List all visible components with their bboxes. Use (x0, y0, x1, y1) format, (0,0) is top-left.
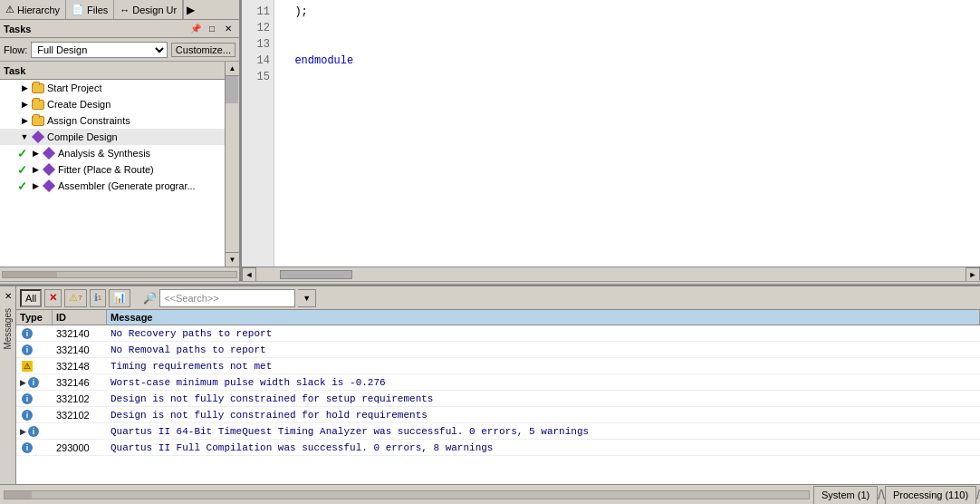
line-num-13: 13 (245, 36, 270, 53)
task-list-container: Task ▶ Start Project ▶ (0, 62, 239, 267)
tab-files[interactable]: 📄 Files (66, 0, 114, 19)
main-container: ⚠ Hierarchy 📄 Files ↔ Design Ur ▶ Tasks … (0, 0, 980, 504)
list-item[interactable]: ✓ ▶ Fitter (Place & Route) (0, 161, 225, 178)
msg-id-1: 332140 (53, 327, 107, 340)
tab-designur[interactable]: ↔ Design Ur (114, 0, 183, 19)
left-panel: ⚠ Hierarchy 📄 Files ↔ Design Ur ▶ Tasks … (0, 0, 240, 281)
list-item[interactable]: ✓ ▶ Analysis & Synthesis (0, 145, 225, 161)
msg-id-2: 332140 (53, 344, 107, 356)
task-scroll-track[interactable] (226, 76, 239, 252)
status-tab-processing[interactable]: Processing (110) (885, 486, 976, 504)
msg-filter-warning[interactable]: ⚠ 7 (64, 289, 86, 307)
diamond-icon-assembler (42, 179, 56, 193)
code-scroll-thumb[interactable] (280, 270, 352, 279)
msg-type-4: ▶ i (16, 376, 53, 389)
messages-close-icon[interactable]: ✕ (1, 288, 15, 303)
tasks-close-icon[interactable]: ✕ (221, 22, 235, 36)
table-row[interactable]: ⚠ 332148 Timing requirements not met (16, 358, 980, 374)
code-scroll-left[interactable]: ◄ (242, 267, 256, 282)
msg-filter-info[interactable]: ℹ 1 (90, 289, 106, 307)
task-label-fitter: Fitter (Place & Route) (56, 164, 154, 175)
task-list: Task ▶ Start Project ▶ (0, 62, 225, 267)
msg-expand-7[interactable]: ▶ (20, 427, 26, 436)
left-hscroll-track[interactable] (2, 271, 237, 278)
code-hscrollbar: ◄ ► (242, 267, 980, 281)
task-scroll-thumb[interactable] (226, 76, 238, 103)
line-num-15: 15 (245, 69, 270, 85)
code-scroll-track[interactable] (271, 270, 951, 279)
info-icon-6: i (22, 410, 33, 421)
table-row[interactable]: i 332102 Design is not fully constrained… (16, 391, 980, 407)
msg-text-5: Design is not fully constrained for setu… (107, 393, 980, 405)
table-row[interactable]: ▶ i Quartus II 64-Bit TimeQuest Timing A… (16, 423, 980, 440)
tasks-icons: 📌 □ ✕ (188, 22, 235, 36)
msg-filter-all[interactable]: All (20, 289, 42, 307)
list-item[interactable]: ▼ Compile Design (0, 129, 225, 145)
code-scroll-right[interactable]: ► (966, 267, 980, 282)
diamond-icon-fitter (42, 162, 56, 177)
task-expand-create[interactable]: ▶ (18, 100, 31, 109)
task-expand-analysis[interactable]: ▶ (29, 149, 42, 158)
warn-icon-3: ⚠ (22, 361, 33, 372)
task-label-create: Create Design (45, 99, 110, 110)
status-tab-system[interactable]: System (1) (813, 486, 878, 504)
msg-id-3: 332148 (53, 360, 107, 373)
search-placeholder[interactable]: <<Search>> (164, 293, 219, 304)
status-sep: /\ (878, 488, 885, 502)
msg-filter-chart[interactable]: 📊 (109, 289, 130, 307)
filter-error-icon: ✕ (49, 292, 57, 304)
table-row[interactable]: i 332140 No Recovery paths to report (16, 325, 980, 342)
list-item[interactable]: ▶ Start Project (0, 80, 225, 96)
task-status-analysis: ✓ (14, 147, 29, 160)
task-expand-fitter[interactable]: ▶ (29, 165, 42, 174)
msg-type-1: i (16, 327, 53, 340)
code-content: 11 12 13 14 15 ); endmodule (242, 0, 980, 267)
tasks-header: Tasks 📌 □ ✕ (0, 20, 239, 38)
messages-panel: ✕ Messages All ✕ ⚠ 7 ℹ 1 📊 (0, 285, 980, 484)
task-scroll-down[interactable]: ▼ (226, 252, 239, 267)
task-label-start: Start Project (45, 82, 102, 93)
flow-label: Flow: (4, 44, 27, 55)
customize-button[interactable]: Customize... (171, 43, 235, 57)
checkmark-fitter: ✓ (17, 163, 27, 177)
task-label-assembler: Assembler (Generate prograr... (56, 180, 196, 191)
code-text-area[interactable]: ); endmodule (274, 0, 980, 267)
info-icon-4: i (28, 377, 39, 388)
flow-select[interactable]: Full Design (31, 42, 168, 58)
msg-filter-error[interactable]: ✕ (44, 289, 62, 307)
list-item[interactable]: ▶ Create Design (0, 96, 225, 112)
table-row[interactable]: i 332102 Design is not fully constrained… (16, 407, 980, 423)
left-hscroll-thumb[interactable] (3, 272, 57, 277)
table-row[interactable]: i 293000 Quartus II Full Compilation was… (16, 440, 980, 456)
task-expand-assign[interactable]: ▶ (18, 116, 31, 125)
left-hscroll[interactable] (0, 269, 239, 280)
tabs-row: ⚠ Hierarchy 📄 Files ↔ Design Ur ▶ (0, 0, 239, 20)
bottom-bar: System (1) /\ Processing (110) / (0, 484, 980, 504)
task-expand-assembler[interactable]: ▶ (29, 181, 42, 190)
tasks-pin-icon[interactable]: 📌 (188, 22, 203, 36)
left-panel-bottom-scroll (0, 267, 239, 281)
task-label-analysis: Analysis & Synthesis (56, 148, 150, 159)
msg-expand-4[interactable]: ▶ (20, 378, 26, 387)
diamond-icon-analysis (42, 146, 56, 160)
search-box: <<Search>> (159, 289, 295, 307)
tabs-arrow[interactable]: ▶ (183, 0, 197, 20)
info-icon-1: i (22, 328, 33, 339)
folder-icon-start (31, 81, 45, 95)
tab-hierarchy[interactable]: ⚠ Hierarchy (0, 0, 66, 19)
tab-designur-label: Design Ur (132, 5, 177, 15)
table-row[interactable]: ▶ i 332146 Worst-case minimum pulse widt… (16, 374, 980, 391)
flow-row: Flow: Full Design Customize... (0, 38, 239, 62)
task-expand-compile[interactable]: ▼ (18, 132, 31, 141)
hierarchy-icon: ⚠ (5, 4, 14, 15)
list-item[interactable]: ✓ ▶ Assembler (Generate prograr... (0, 178, 225, 194)
list-item[interactable]: ▶ Assign Constraints (0, 112, 225, 129)
bottom-hscroll-thumb[interactable] (5, 491, 32, 499)
search-dropdown[interactable]: ▼ (298, 289, 316, 307)
task-scroll-up[interactable]: ▲ (226, 62, 239, 76)
task-expand-start[interactable]: ▶ (18, 83, 31, 92)
msg-type-6: i (16, 409, 53, 422)
tasks-restore-icon[interactable]: □ (205, 22, 219, 36)
checkmark-assembler: ✓ (17, 179, 27, 193)
table-row[interactable]: i 332140 No Removal paths to report (16, 342, 980, 358)
